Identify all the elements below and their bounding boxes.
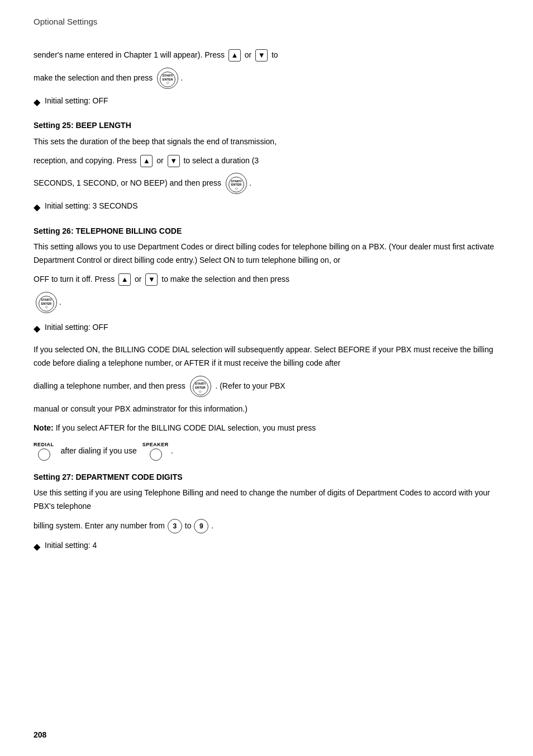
- intro-paragraph2: make the selection and then press START/…: [34, 68, 499, 89]
- intro-initial-bullet: ◆ Initial setting: OFF: [34, 94, 499, 110]
- start-enter-button-icon-s26: START/ ENTER ◇: [35, 292, 58, 313]
- note-text: If you select AFTER for the BILLING CODE…: [56, 423, 316, 432]
- setting27-para1: Use this setting if you are using Teleph…: [34, 486, 499, 513]
- redial-button-icon: [38, 448, 50, 461]
- intro-or1: or: [245, 50, 251, 59]
- redial-label: REDIAL: [34, 441, 54, 448]
- setting25-initial-bullet: ◆ Initial setting: 3 SECONDS: [34, 200, 499, 215]
- setting26-para2: OFF to turn it off. Press ▲ or ▼ to make…: [34, 273, 499, 286]
- page-header: Optional Settings: [34, 17, 499, 26]
- after-dialing-text: after dialing if you use: [61, 445, 137, 457]
- page-number: 208: [34, 730, 46, 739]
- setting26-heading: Setting 26: TELEPHONE BILLING CODE: [34, 225, 499, 237]
- setting25-para1: This sets the duration of the beep that …: [34, 135, 499, 149]
- setting27-para2: billing system. Enter any number from 3 …: [34, 519, 499, 533]
- setting26-initial-bullet: ◆ Initial setting: OFF: [34, 321, 499, 336]
- setting26-para3: If you selected ON, the BILLING CODE DIA…: [34, 343, 499, 370]
- period: .: [171, 445, 173, 457]
- down-arrow-icon: ▼: [255, 49, 268, 62]
- setting25-initial-text: Initial setting: 3 SECONDS: [45, 200, 138, 212]
- start-enter-button-icon: START/ ENTER ◇: [156, 68, 179, 89]
- intro-text-1: sender's name entered in Chapter 1 will …: [34, 50, 225, 59]
- bullet-diamond-icon: ◆: [34, 95, 40, 110]
- setting27-heading: Setting 27: DEPARTMENT CODE DIGITS: [34, 471, 499, 483]
- up-arrow-icon: ▲: [228, 49, 241, 62]
- start-enter-button-icon-s25: START/ ENTER ◇: [225, 173, 248, 194]
- page-title: Optional Settings: [34, 17, 97, 26]
- up-arrow-icon-s26: ▲: [118, 273, 131, 286]
- setting26-note: Note: If you select AFTER for the BILLIN…: [34, 422, 499, 435]
- setting26-para1: This setting allows you to use Departmen…: [34, 240, 499, 267]
- setting27-initial-bullet: ◆ Initial setting: 4: [34, 539, 499, 554]
- setting25-heading: Setting 25: BEEP LENGTH: [34, 119, 499, 131]
- main-content: sender's name entered in Chapter 1 will …: [34, 49, 499, 554]
- intro-to: to: [272, 50, 278, 59]
- setting26-enter-line: START/ ENTER ◇ .: [34, 292, 499, 313]
- note-label: Note:: [34, 423, 54, 432]
- intro-paragraph: sender's name entered in Chapter 1 will …: [34, 49, 499, 62]
- setting27-initial-text: Initial setting: 4: [45, 539, 97, 551]
- bullet-diamond-icon-s26: ◆: [34, 322, 40, 336]
- setting26-para4: dialling a telephone number, and then pr…: [34, 376, 499, 397]
- intro-initial-text: Initial setting: OFF: [45, 94, 108, 107]
- speaker-button-icon: [150, 448, 162, 461]
- up-arrow-icon-s25: ▲: [140, 155, 153, 167]
- setting25-para3: SECONDS, 1 SECOND, or NO BEEP) and then …: [34, 173, 499, 194]
- intro-text-2: make the selection and then press: [34, 73, 153, 82]
- speaker-label: SPEAKER: [142, 441, 169, 448]
- number-3-button-icon: 3: [168, 519, 182, 533]
- setting26-para5: manual or consult your PBX adminstrator …: [34, 403, 499, 416]
- start-enter-button-icon-s26b: START/ ENTER ◇: [189, 376, 212, 397]
- redial-speaker-row: REDIAL after dialing if you use SPEAKER …: [34, 441, 499, 461]
- bullet-diamond-icon-s27: ◆: [34, 540, 40, 554]
- down-arrow-icon-s26: ▼: [145, 273, 158, 286]
- down-arrow-icon-s25: ▼: [167, 155, 180, 167]
- setting25-para2: reception, and copying. Press ▲ or ▼ to …: [34, 154, 499, 168]
- bullet-diamond-icon-s25: ◆: [34, 200, 40, 215]
- setting26-initial-text: Initial setting: OFF: [45, 321, 108, 333]
- number-9-button-icon: 9: [194, 519, 208, 533]
